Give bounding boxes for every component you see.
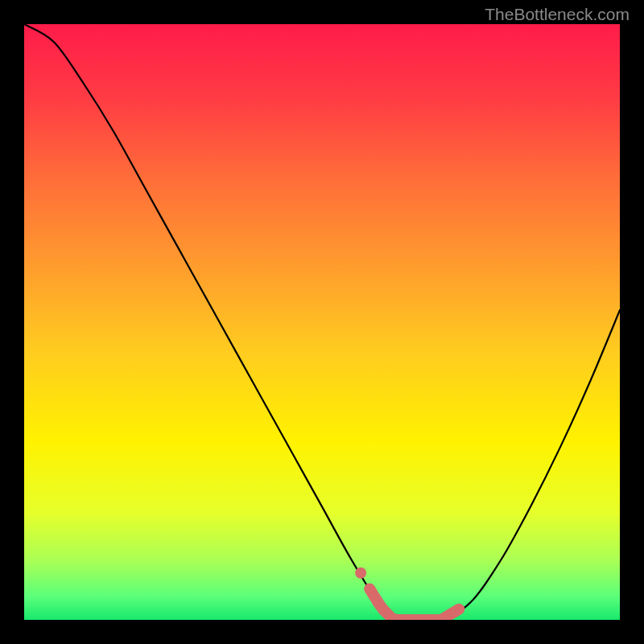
curve-path: [24, 24, 620, 620]
watermark-text: TheBottleneck.com: [485, 5, 630, 24]
highlight-band: [369, 589, 459, 620]
plot-area: [24, 24, 620, 620]
highlight-dot: [355, 568, 366, 579]
bottleneck-curve: [24, 24, 620, 620]
